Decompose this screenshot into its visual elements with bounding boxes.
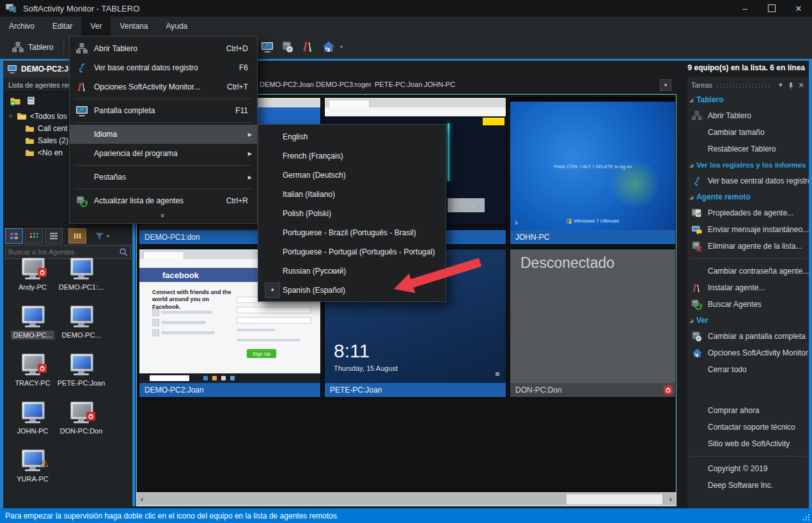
menu-archivo[interactable]: Archivo [0,17,43,36]
facebook-tagline: Connect with friends and the world aroun… [152,289,232,311]
search-icon[interactable] [119,247,128,256]
scroll-left-icon[interactable]: ‹ [137,495,147,504]
panel-menu-icon[interactable]: ▼ [776,82,786,88]
lang-polish[interactable]: Polish (Polski) [258,204,446,223]
menu-item-abrir-tablero[interactable]: Abrir TableroCtrl+D [70,39,257,58]
agent-demo-pc1[interactable]: DEMO-PC1:... [52,258,111,292]
task-enviar-mensaje[interactable]: Enviar mensaje instantáneo... [687,221,809,238]
section-ver[interactable]: ◢Ver [687,313,809,328]
lang-german[interactable]: German (Deutsch) [258,166,446,185]
link-contactar-soporte[interactable]: Contactar soporte técnico [687,419,809,435]
menu-editar[interactable]: Editar [43,17,81,36]
agent-name: DEMO-PC1:... [57,283,105,292]
edit-list-icon[interactable] [26,95,36,106]
menu-more-icon[interactable]: » [70,210,257,221]
menu-separator [75,122,252,123]
menu-item-apariencia[interactable]: Apariencia del programa▶ [70,144,257,163]
lang-italian[interactable]: Italian (Italiano) [258,185,446,204]
copyright-text: Copyright © 2019 [687,460,809,477]
agent-pete-pc[interactable]: PETE-PC:Joan [52,354,111,387]
toolbar-overflow-button[interactable]: ▾ [340,44,343,50]
tools-toolbar-button[interactable] [298,37,318,56]
folder-icon [25,149,35,157]
thumbnail-label: DON-PC:Don [510,383,675,397]
filter-dropdown-icon[interactable]: ▾ [107,233,109,239]
lockscreen-clock: 8:11 [334,340,370,362]
menu-ventana[interactable]: Ventana [111,17,157,36]
menu-item-actualizar-lista[interactable]: Actualizar lista de agentesCtrl+R [70,191,257,210]
view-large-icons-button[interactable] [5,228,23,244]
task-instalar-agente[interactable]: Instalar agente... [687,279,809,296]
pin-icon[interactable] [786,82,796,89]
scroll-right-icon[interactable]: › [666,495,676,504]
tab-demo-pc3[interactable]: DEMO-PC3:roger [316,81,371,88]
logon-instruction: Press CTRL + ALT + DELETE to log on [510,164,675,169]
folder-open-icon [17,112,27,120]
task-cambiar-contrasena[interactable]: Cambiar contraseña agente...... [687,263,809,279]
tab-demo-pc2[interactable]: DEMO-PC2:Joan [260,81,314,88]
menu-ayuda[interactable]: Ayuda [157,17,196,36]
tools-icon [70,81,94,93]
history-view-button[interactable] [68,228,86,244]
filter-icon[interactable] [95,232,104,240]
menu-item-idioma[interactable]: Idioma▶ [70,125,257,144]
view-list-button[interactable] [45,228,63,244]
maximize-button[interactable] [758,0,785,17]
tree-expand-icon[interactable]: ˅ [9,113,17,120]
home-toolbar-button[interactable] [318,37,339,56]
game-overlay-panel: ⌄ [448,198,485,212]
task-restablecer-tablero[interactable]: Restablecer Tablero [687,141,809,157]
add-group-icon[interactable] [10,95,21,106]
maximize-icon [768,4,776,12]
menu-ver[interactable]: Ver [81,17,111,36]
menu-item-ver-base[interactable]: Ver base central datos registroF6 [70,58,257,77]
section-registros[interactable]: ◢Ver los registros y los informes [687,157,809,173]
agent-don-pc[interactable]: DON-PC:Don [52,402,111,435]
tab-pete-pc[interactable]: PETE-PC:Joan [375,81,423,88]
tab-list-dropdown[interactable]: ▼ [660,79,671,91]
task-buscar-agentes[interactable]: Buscar Agentes [687,296,809,313]
menu-item-pestanas[interactable]: Pestañas▶ [70,168,257,187]
scrollbar-thumb[interactable] [566,494,662,504]
resize-grip-icon[interactable] [802,513,810,521]
menu-separator [75,189,252,189]
agent-search-input[interactable] [6,248,119,256]
minimize-button[interactable]: – [731,0,758,17]
view-small-icons-button[interactable] [25,228,43,244]
task-ver-base-central[interactable]: Ver base central datos registro... [687,173,809,189]
tablero-button[interactable]: Tablero [6,38,58,57]
panel-close-icon[interactable]: ✕ [796,81,806,90]
horizontal-scrollbar[interactable]: ‹ › [136,492,676,506]
tasks-panel-header: Tareas ▼ ✕ [687,77,809,92]
thumbnail-don-pc[interactable]: Desconectado DON-PC:Don [510,249,676,398]
section-tablero[interactable]: ◢Tablero [687,92,809,107]
task-abrir-tablero[interactable]: Abrir Tablero [687,107,809,124]
lang-portuguese-brazil[interactable]: Portuguese - Brazil (Português - Brasil) [258,223,446,242]
agent-demo-pc3[interactable]: DEMO-PC... [52,306,111,340]
menu-item-pantalla-completa[interactable]: Pantalla completaF11 [70,101,257,120]
task-propiedades[interactable]: Propiedades de agente... [687,205,809,221]
task-cambiar-tamano[interactable]: Cambiar tamaño [687,124,809,141]
section-agente-remoto[interactable]: ◢Agente remoto [687,189,809,205]
lang-french[interactable]: French (Français) [258,146,446,166]
close-button[interactable]: ✕ [785,0,812,17]
thumbnail-john-pc[interactable]: Press CTRL + ALT + DELETE to log on Wind… [510,97,676,245]
log-database-icon [70,62,94,74]
tablero-label: Tablero [28,43,53,52]
task-opciones[interactable]: Opciones SoftActivity Monitor [687,345,809,361]
panel-drag-grip[interactable] [716,83,772,88]
monitor-cd-toolbar-button[interactable] [277,37,298,56]
link-comprar-ahora[interactable]: Comprar ahora [687,402,809,419]
agent-name: DEMO-PC... [59,331,102,340]
agent-yura-pc[interactable]: ⚠ YURA-PC [3,449,62,483]
ver-dropdown-menu: Abrir TableroCtrl+D Ver base central dat… [69,36,258,224]
task-cerrar-todo[interactable]: Cerrar todo [687,361,809,378]
link-sitio-web[interactable]: Sitio web de SoftActivity [687,435,809,452]
lang-english[interactable]: English [258,127,446,146]
tab-john-pc[interactable]: JOHN-PC [424,81,455,88]
task-pantalla-completa[interactable]: Cambiar a pantalla completa [687,328,809,345]
menu-item-opciones[interactable]: Opciones SoftActivity Monitor...Ctrl+T [70,77,257,97]
task-eliminar-agente[interactable]: Eliminar agente de la lista... [687,238,809,254]
fullscreen-toolbar-button[interactable] [257,37,277,56]
tasks-panel: Tareas ▼ ✕ ◢Tablero Abrir Tablero Cambia… [687,77,809,508]
